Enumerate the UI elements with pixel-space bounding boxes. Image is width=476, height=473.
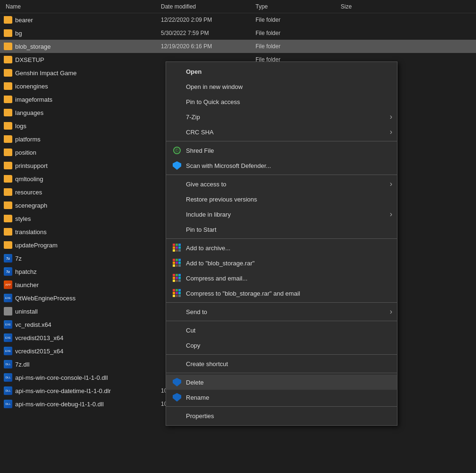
- menu-item-rename[interactable]: Rename: [166, 390, 397, 405]
- 7z-icon: 7z: [4, 267, 12, 276]
- file-name-cell: bg: [0, 29, 161, 37]
- folder-icon: [4, 162, 12, 169]
- file-name: uninstall: [15, 308, 38, 315]
- menu-item-give-access[interactable]: Give access to›: [166, 176, 397, 192]
- table-row[interactable]: bg5/30/2022 7:59 PMFile folder: [0, 26, 476, 40]
- col-header-date[interactable]: Date modified: [161, 3, 256, 10]
- file-name: DXSETUP: [15, 56, 44, 63]
- menu-item-delete[interactable]: Delete: [166, 375, 397, 390]
- file-name: bg: [15, 30, 22, 37]
- menu-item-open-new-window[interactable]: Open in new window: [166, 79, 397, 94]
- col-header-name[interactable]: Name: [0, 3, 161, 10]
- file-name-cell: 7zhpatchz: [0, 267, 161, 276]
- folder-icon: [4, 96, 12, 103]
- menu-arrow-give-access: ›: [390, 180, 392, 188]
- menu-separator: [166, 141, 397, 141]
- menu-icon-create-shortcut: [172, 359, 182, 369]
- menu-icon-include-library: [172, 209, 182, 219]
- menu-icon-compress-email: [172, 273, 182, 283]
- file-name: 7z: [15, 255, 22, 262]
- menu-item-open[interactable]: Open: [166, 64, 397, 79]
- file-name-cell: DXSETUP: [0, 56, 161, 63]
- menu-item-copy[interactable]: Copy: [166, 338, 397, 353]
- exe-icon: EXE: [4, 347, 12, 355]
- column-headers: Name Date modified Type Size: [0, 0, 476, 13]
- menu-item-create-shortcut[interactable]: Create shortcut: [166, 356, 397, 371]
- file-name: resources: [15, 189, 42, 196]
- menu-icon-restore-previous: [172, 194, 182, 204]
- menu-separator: [166, 321, 397, 321]
- menu-label-compress-email: Compress and email...: [186, 275, 247, 282]
- file-name-cell: Genshin Impact Game: [0, 69, 161, 77]
- file-name-cell: printsupport: [0, 162, 161, 169]
- menu-item-scan-defender[interactable]: Scan with Microsoft Defender...: [166, 158, 397, 173]
- dll-icon: DLL: [4, 400, 12, 408]
- menu-separator: [166, 373, 397, 373]
- menu-item-include-library[interactable]: Include in library›: [166, 207, 397, 222]
- menu-item-restore-previous[interactable]: Restore previous versions: [166, 192, 397, 207]
- folder-icon: [4, 188, 12, 196]
- menu-icon-cut: [172, 325, 182, 335]
- menu-label-include-library: Include in library: [186, 211, 231, 218]
- file-name-cell: languages: [0, 109, 161, 116]
- menu-item-pin-quick-access[interactable]: Pin to Quick access: [166, 94, 397, 109]
- menu-arrow-7zip: ›: [390, 113, 392, 121]
- menu-item-properties[interactable]: Properties: [166, 408, 397, 423]
- menu-item-add-archive[interactable]: Add to archive...: [166, 240, 397, 255]
- menu-icon-delete: [172, 377, 182, 387]
- menu-arrow-include-library: ›: [390, 210, 392, 219]
- menu-label-copy: Copy: [186, 342, 200, 349]
- file-name: position: [15, 149, 36, 156]
- menu-label-delete: Delete: [186, 379, 204, 386]
- dll-icon: DLL: [4, 386, 12, 395]
- folder-icon: [4, 228, 12, 236]
- file-name: QtWebEngineProcess: [15, 295, 76, 302]
- file-name-cell: resources: [0, 188, 161, 196]
- col-header-type[interactable]: Type: [256, 3, 341, 10]
- menu-item-add-blob-rar[interactable]: Add to "blob_storage.rar": [166, 255, 397, 271]
- menu-icon-give-access: [172, 179, 182, 189]
- menu-item-shred-file[interactable]: ©Shred File: [166, 143, 397, 158]
- file-name: platforms: [15, 136, 40, 143]
- file-name: vc_redist.x64: [15, 321, 52, 328]
- menu-item-send-to[interactable]: Send to›: [166, 304, 397, 319]
- folder-icon: [4, 175, 12, 183]
- folder-icon: [4, 16, 12, 24]
- file-name: scenegraph: [15, 202, 47, 209]
- menu-arrow-crc-sha: ›: [390, 128, 392, 136]
- menu-icon-send-to: [172, 307, 182, 317]
- col-header-size[interactable]: Size: [341, 3, 388, 10]
- exe-icon: EXE: [4, 333, 12, 342]
- file-date: 12/19/2020 6:16 PM: [161, 43, 256, 50]
- file-name-cell: EXEvcredist2015_x64: [0, 347, 161, 355]
- file-name-cell: iconengines: [0, 82, 161, 90]
- table-row[interactable]: bearer12/22/2020 2:09 PMFile folder: [0, 13, 476, 26]
- 7z-icon: 7z: [4, 254, 12, 263]
- menu-item-7zip[interactable]: 7-Zip›: [166, 109, 397, 124]
- menu-item-compress-blob-email[interactable]: Compress to "blob_storage.rar" and email: [166, 286, 397, 301]
- menu-item-cut[interactable]: Cut: [166, 323, 397, 338]
- menu-item-crc-sha[interactable]: CRC SHA›: [166, 124, 397, 140]
- file-name-cell: imageformats: [0, 96, 161, 103]
- file-name: Genshin Impact Game: [15, 70, 77, 77]
- file-date: 12/22/2020 2:09 PM: [161, 17, 256, 23]
- file-name-cell: scenegraph: [0, 201, 161, 209]
- menu-arrow-send-to: ›: [390, 307, 392, 316]
- file-type: File folder: [256, 17, 341, 23]
- folder-icon: [4, 122, 12, 130]
- file-name: styles: [15, 215, 31, 222]
- exe-icon: EXE: [4, 320, 12, 329]
- file-name-cell: DLLapi-ms-win-core-console-l1-1-0.dll: [0, 373, 161, 382]
- menu-item-compress-email[interactable]: Compress and email...: [166, 271, 397, 286]
- menu-icon-copy: [172, 340, 182, 350]
- menu-icon-pin-start: [172, 224, 182, 235]
- folder-icon: [4, 43, 12, 50]
- menu-item-pin-start[interactable]: Pin to Start: [166, 222, 397, 237]
- menu-separator: [166, 238, 397, 239]
- folder-icon: [4, 29, 12, 37]
- menu-label-send-to: Send to: [186, 308, 207, 315]
- table-row[interactable]: blob_storage12/19/2020 6:16 PMFile folde…: [0, 40, 476, 53]
- file-name: logs: [15, 123, 26, 130]
- menu-label-restore-previous: Restore previous versions: [186, 196, 257, 203]
- file-name: printsupport: [15, 162, 48, 169]
